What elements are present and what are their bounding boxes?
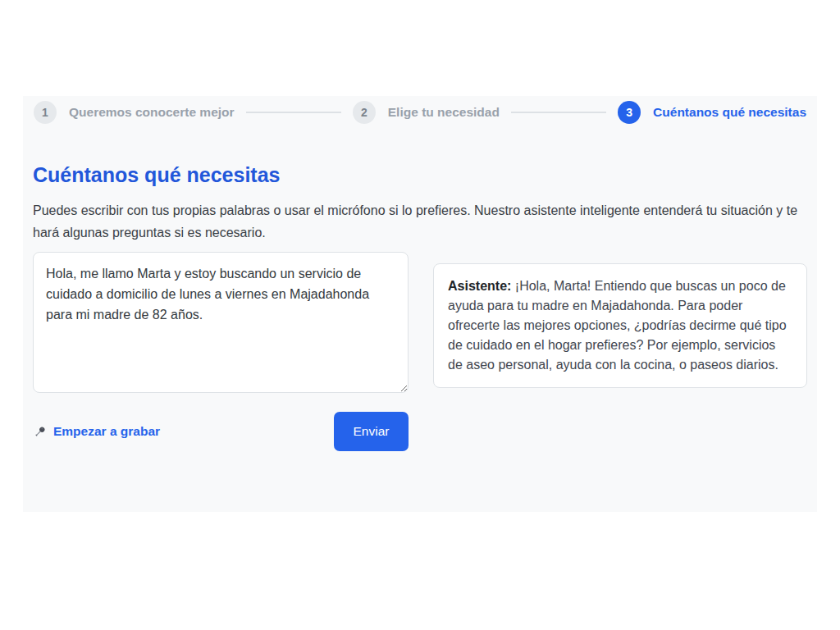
step-2-number-badge: 2 — [353, 101, 376, 124]
stepper: 1 Queremos conocerte mejor 2 Elige tu ne… — [33, 101, 807, 124]
step-1-label: Queremos conocerte mejor — [69, 105, 235, 120]
start-recording-button[interactable]: Empezar a grabar — [33, 424, 160, 439]
step-connector — [511, 112, 606, 113]
send-button[interactable]: Enviar — [334, 412, 409, 451]
need-description-textarea[interactable]: Hola, me llamo Marta y estoy buscando un… — [33, 252, 409, 393]
step-3-number-badge: 3 — [618, 101, 641, 124]
wizard-panel: 1 Queremos conocerte mejor 2 Elige tu ne… — [23, 96, 817, 512]
step-1-number-badge: 1 — [34, 101, 57, 124]
step-2-label: Elige tu necesidad — [388, 105, 500, 120]
page-title: Cuéntanos qué necesitas — [33, 162, 807, 188]
start-recording-label: Empezar a grabar — [53, 424, 160, 439]
input-column: Hola, me llamo Marta y estoy buscando un… — [33, 252, 409, 451]
stepper-step-1[interactable]: 1 Queremos conocerte mejor — [34, 101, 235, 124]
assistant-message-box: Asistente: ¡Hola, Marta! Entiendo que bu… — [433, 263, 807, 388]
assistant-column: Asistente: ¡Hola, Marta! Entiendo que bu… — [433, 252, 807, 388]
step-3-label: Cuéntanos qué necesitas — [653, 105, 806, 120]
microphone-icon — [33, 425, 47, 439]
content-columns: Hola, me llamo Marta y estoy buscando un… — [33, 252, 807, 451]
stepper-step-2[interactable]: 2 Elige tu necesidad — [353, 101, 500, 124]
assistant-label: Asistente: — [448, 279, 511, 293]
input-controls: Empezar a grabar Enviar — [33, 412, 409, 451]
wizard-page: 1 Queremos conocerte mejor 2 Elige tu ne… — [0, 0, 840, 630]
page-description: Puedes escribir con tus propias palabras… — [33, 199, 807, 244]
step-connector — [246, 112, 341, 113]
stepper-step-3-active[interactable]: 3 Cuéntanos qué necesitas — [618, 101, 806, 124]
